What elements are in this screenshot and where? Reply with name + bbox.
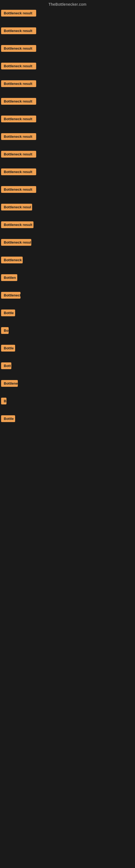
bottleneck-badge[interactable]: Bottleneck resul	[1, 239, 31, 246]
result-item: Bottle	[0, 337, 135, 355]
site-title: TheBottlenecker.com	[0, 0, 135, 8]
result-item: Bottleneck result	[0, 9, 135, 20]
result-item: Bottleneck result	[0, 55, 135, 73]
bottleneck-badge[interactable]: Bottleneck result	[1, 80, 36, 87]
bottleneck-badge[interactable]: Bottleneck r	[1, 257, 23, 264]
bottleneck-badge[interactable]: Bottleneck result	[1, 98, 36, 105]
result-item: Bottleneck result	[0, 214, 135, 231]
result-item: Bottleneck result	[0, 179, 135, 196]
bottleneck-badge[interactable]: Bottle	[1, 310, 15, 316]
result-item: Bo	[0, 319, 135, 337]
result-item: Bottleneck r	[0, 249, 135, 267]
result-item: Bott	[0, 355, 135, 372]
bottleneck-badge[interactable]: Bottleneck result	[1, 168, 36, 175]
result-item: B	[0, 390, 135, 408]
result-item: Bottlene	[0, 372, 135, 390]
results-container: Bottleneck resultBottleneck resultBottle…	[0, 8, 135, 425]
bottleneck-badge[interactable]: Bottleneck result	[1, 186, 36, 193]
result-item: Bottleneck result	[0, 161, 135, 179]
result-item: Bottleneck result	[0, 108, 135, 126]
result-item: Bottleneck resul	[0, 196, 135, 214]
result-item: Bottleneck resul	[0, 231, 135, 249]
bottleneck-badge[interactable]: Bott	[1, 362, 11, 369]
result-item: Bottleneck result	[0, 20, 135, 37]
result-item: Bottleneck	[0, 284, 135, 302]
site-header: TheBottlenecker.com	[0, 0, 135, 8]
result-item: Bottleneck result	[0, 143, 135, 161]
result-item: Bottlen	[0, 267, 135, 284]
result-item: Bottleneck result	[0, 37, 135, 55]
bottleneck-badge[interactable]: Bottleneck result	[1, 45, 36, 52]
bottleneck-badge[interactable]: Bottleneck result	[1, 133, 36, 140]
bottleneck-badge[interactable]: Bottleneck result	[1, 27, 36, 34]
result-item: Bottleneck result	[0, 73, 135, 90]
bottleneck-badge[interactable]: Bottle	[1, 345, 15, 351]
bottleneck-badge[interactable]: Bottleneck	[1, 292, 20, 299]
bottleneck-badge[interactable]: Bottleneck result	[1, 151, 36, 158]
bottleneck-badge[interactable]: Bottleneck resul	[1, 204, 32, 211]
bottleneck-badge[interactable]: Bottleneck result	[1, 116, 36, 122]
result-item: Bottle	[0, 408, 135, 425]
result-item: Bottleneck result	[0, 90, 135, 108]
bottleneck-badge[interactable]: Bottleneck result	[1, 10, 36, 17]
bottleneck-badge[interactable]: Bottle	[1, 415, 15, 422]
bottleneck-badge[interactable]: Bottlen	[1, 274, 17, 281]
bottleneck-badge[interactable]: B	[1, 398, 6, 404]
result-item: Bottle	[0, 302, 135, 319]
bottleneck-badge[interactable]: Bo	[1, 327, 9, 334]
bottleneck-badge[interactable]: Bottleneck result	[1, 63, 36, 69]
bottleneck-badge[interactable]: Bottlene	[1, 380, 18, 387]
result-item: Bottleneck result	[0, 126, 135, 143]
bottleneck-badge[interactable]: Bottleneck result	[1, 221, 34, 228]
